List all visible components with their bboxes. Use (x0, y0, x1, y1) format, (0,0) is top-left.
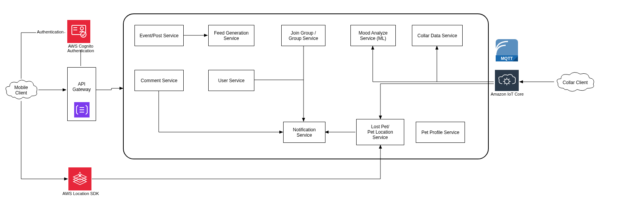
comment-service-node: Comment Service (134, 70, 184, 91)
mood-analyze-service-label: Mood Analyze Service (ML) (359, 30, 387, 41)
pet-profile-service-label: Pet Profile Service (422, 130, 460, 135)
svg-text:MQTT: MQTT (501, 56, 513, 61)
aws-location-sdk-label: AWS Location SDK (58, 191, 104, 196)
svg-point-15 (79, 173, 81, 175)
aws-location-sdk-icon (68, 167, 91, 190)
api-gateway-icon (74, 102, 90, 117)
comment-service-label: Comment Service (141, 78, 177, 83)
authentication-edge-label: Authentication (36, 30, 65, 34)
join-group-service-node: Join Group / Group Service (281, 25, 325, 46)
notification-service-node: Notification Service (283, 122, 325, 143)
collar-client-node: Collar Client (554, 71, 596, 94)
collar-client-label: Collar Client (563, 80, 588, 85)
collar-data-service-node: Collar Data Service (412, 25, 463, 46)
amazon-iot-core-icon (495, 70, 519, 91)
collar-data-service-label: Collar Data Service (417, 33, 457, 38)
notification-service-label: Notification Service (285, 127, 324, 138)
svg-line-26 (508, 79, 510, 80)
svg-line-24 (504, 79, 505, 80)
mqtt-icon: MQTT (495, 38, 519, 62)
amazon-iot-core-label: Amazon IoT Core (484, 92, 530, 96)
pet-profile-service-node: Pet Profile Service (416, 122, 465, 143)
aws-cognito-label: AWS Cognito Authentication (58, 44, 104, 53)
user-service-label: User Service (218, 78, 245, 83)
join-group-service-label: Join Group / Group Service (289, 30, 318, 41)
svg-point-8 (80, 27, 83, 30)
event-post-service-node: Event/Post Service (134, 25, 184, 46)
mobile-client-label: Mobile Client (14, 85, 28, 96)
svg-line-25 (508, 83, 510, 84)
svg-point-11 (81, 32, 86, 37)
feed-generation-service-node: Feed Generation Service (208, 25, 254, 46)
user-service-node: User Service (208, 70, 254, 91)
api-gateway-label: API Gateway (68, 68, 96, 92)
lost-pet-service-label: Lost Pet/ Pet Location Service (367, 124, 393, 140)
aws-cognito-icon (67, 20, 90, 43)
svg-line-27 (504, 83, 505, 84)
mobile-client-node: Mobile Client (4, 79, 38, 102)
mood-analyze-service-node: Mood Analyze Service (ML) (350, 25, 396, 46)
api-gateway-node: API Gateway (67, 67, 96, 121)
lost-pet-service-node: Lost Pet/ Pet Location Service (356, 119, 404, 145)
feed-generation-service-label: Feed Generation Service (214, 30, 249, 41)
event-post-service-label: Event/Post Service (139, 33, 178, 38)
